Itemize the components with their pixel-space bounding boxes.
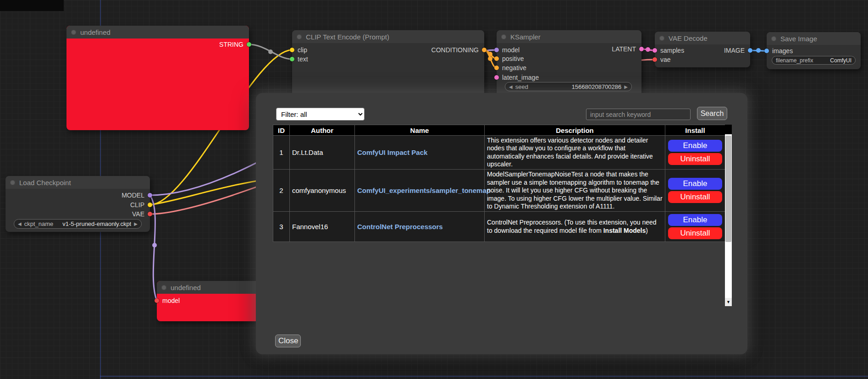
output-port-latent[interactable]: LATENT [612, 44, 644, 54]
output-port-image[interactable]: IMAGE [724, 46, 752, 55]
input-port-vae[interactable]: vae [652, 55, 671, 64]
table-scrollbar[interactable]: ▼ [725, 125, 732, 306]
collapse-dot-icon[interactable] [71, 30, 76, 35]
clip-port-dot-icon[interactable] [290, 48, 294, 52]
node-header[interactable]: Load Checkpoint [6, 176, 150, 189]
port-label: text [298, 55, 308, 63]
input-port-negative[interactable]: negative [494, 63, 526, 72]
scrollbar-down-arrow-icon[interactable]: ▼ [725, 298, 732, 306]
clip-port-dot-icon[interactable] [148, 203, 152, 207]
output-port-conditioning[interactable]: CONDITIONING [431, 45, 487, 55]
node-undefined-model[interactable]: undefined model [157, 281, 259, 321]
port-label: positive [502, 55, 524, 62]
input-port-clip[interactable]: clip [290, 45, 307, 55]
extension-link[interactable]: ComfyUI_experiments/sampler_tonemap [357, 187, 491, 194]
uninstall-button[interactable]: Uninstall [668, 153, 722, 165]
node-header[interactable]: undefined [66, 26, 249, 38]
extension-row: 2comfyanonymousComfyUI_experiments/sampl… [273, 170, 725, 212]
latent-port-dot-icon[interactable] [652, 48, 657, 53]
row-install-cell: EnableUninstall [665, 212, 725, 242]
latent-port-dot-icon[interactable] [639, 47, 644, 51]
port-label: latent_image [502, 74, 539, 81]
conditioning-port-dot-icon[interactable] [482, 48, 487, 52]
input-port-text[interactable]: text [290, 55, 308, 64]
port-label: model [502, 46, 520, 54]
output-port-clip[interactable]: CLIP [130, 200, 152, 209]
port-label: model [162, 297, 180, 304]
extension-link[interactable]: ControlNet Preprocessors [357, 223, 443, 231]
filename-prefix-widget[interactable]: filename_prefix ComfyUI [772, 56, 856, 65]
header-id: ID [273, 125, 290, 136]
next-arrow-icon[interactable]: ▶ [134, 221, 138, 226]
scrollbar-top-cap [725, 125, 732, 134]
node-vae-decode[interactable]: VAE Decode samples vae IMAGE [655, 32, 750, 67]
filter-select[interactable]: Filter: all [276, 108, 365, 121]
input-port-model[interactable]: model [155, 296, 180, 305]
string-port-dot-icon[interactable] [247, 42, 251, 47]
model-port-dot-icon[interactable] [155, 298, 159, 303]
node-header[interactable]: KSampler [497, 30, 641, 43]
conditioning-port-dot-icon[interactable] [494, 56, 499, 61]
node-title: VAE Decode [669, 34, 708, 42]
link-dot [268, 49, 273, 54]
search-input[interactable] [586, 109, 691, 120]
enable-button[interactable]: Enable [668, 214, 722, 226]
image-port-dot-icon[interactable] [764, 49, 769, 53]
input-port-model[interactable]: model [494, 45, 520, 55]
uninstall-button[interactable]: Uninstall [668, 191, 722, 203]
image-port-dot-icon[interactable] [748, 48, 752, 53]
header-author: Author [290, 125, 355, 136]
collapse-dot-icon[interactable] [501, 34, 506, 39]
collapse-dot-icon[interactable] [771, 36, 776, 41]
row-author-cell: comfyanonymous [290, 170, 355, 212]
increment-arrow-icon[interactable]: ▶ [624, 84, 628, 89]
row-id-cell: 2 [273, 170, 290, 212]
row-author-cell: Dr.Lt.Data [290, 136, 355, 170]
model-port-dot-icon[interactable] [494, 48, 499, 52]
collapse-dot-icon[interactable] [161, 285, 166, 290]
ckpt-name-widget[interactable]: ◀ ckpt_name v1-5-pruned-emaonly.ckpt ▶ [14, 219, 142, 229]
node-header[interactable]: CLIP Text Encode (Prompt) [292, 30, 484, 43]
input-port-images[interactable]: images [764, 46, 793, 55]
node-title: CLIP Text Encode (Prompt) [306, 33, 389, 41]
seed-widget[interactable]: ◀ seed 156680208700286 ▶ [505, 82, 632, 91]
text-port-dot-icon[interactable] [290, 57, 294, 61]
input-port-latent-image[interactable]: latent_image [494, 73, 539, 82]
decrement-arrow-icon[interactable]: ◀ [509, 84, 513, 89]
uninstall-button[interactable]: Uninstall [668, 227, 722, 239]
node-load-checkpoint[interactable]: Load Checkpoint MODEL CLIP VAE ◀ ckpt_na… [6, 176, 150, 232]
node-undefined-text[interactable]: undefined STRING [66, 26, 249, 130]
vae-port-dot-icon[interactable] [148, 212, 152, 216]
link-dot [646, 47, 650, 52]
node-header[interactable]: VAE Decode [655, 32, 750, 44]
output-port-model[interactable]: MODEL [122, 191, 152, 200]
scrollbar-thumb[interactable] [725, 136, 731, 242]
previous-arrow-icon[interactable]: ◀ [18, 221, 22, 226]
input-port-samples[interactable]: samples [652, 46, 684, 55]
conditioning-port-dot-icon[interactable] [494, 66, 499, 70]
description-text: This extension offers various detector n… [487, 137, 653, 168]
collapse-dot-icon[interactable] [297, 34, 302, 39]
node-save-image[interactable]: Save Image images filename_prefix ComfyU… [767, 32, 861, 69]
node-header[interactable]: undefined [157, 281, 259, 294]
close-button[interactable]: Close [275, 335, 301, 347]
output-port-vae[interactable]: VAE [132, 209, 152, 219]
enable-button[interactable]: Enable [668, 178, 722, 190]
search-button[interactable]: Search [697, 107, 727, 120]
node-header[interactable]: Save Image [767, 32, 861, 45]
extension-link[interactable]: ComfyUI Impact Pack [357, 148, 427, 156]
latent-port-dot-icon[interactable] [494, 75, 499, 80]
node-title: Save Image [780, 35, 817, 43]
extension-row: 1Dr.Lt.DataComfyUI Impact PackThis exten… [273, 136, 725, 170]
input-port-positive[interactable]: positive [494, 54, 524, 63]
node-title: Load Checkpoint [19, 179, 71, 187]
collapse-dot-icon[interactable] [659, 36, 664, 41]
collapse-dot-icon[interactable] [10, 180, 15, 185]
model-port-dot-icon[interactable] [148, 193, 152, 198]
header-install: Install [665, 125, 725, 136]
vae-port-dot-icon[interactable] [652, 57, 657, 62]
enable-button[interactable]: Enable [668, 140, 722, 152]
output-port-string[interactable]: STRING [219, 40, 251, 49]
widget-label: seed [515, 83, 528, 90]
port-label: IMAGE [724, 47, 745, 54]
